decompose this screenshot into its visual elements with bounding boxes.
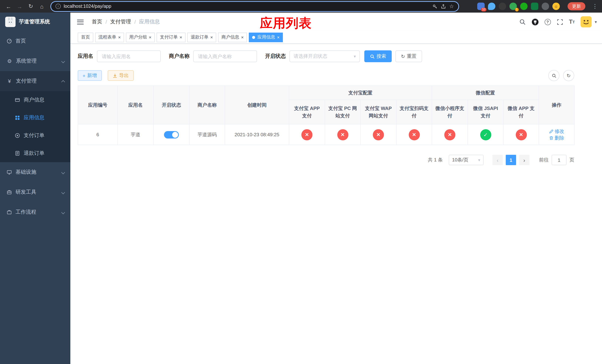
tab-process-form[interactable]: 流程表单 ×	[95, 32, 124, 42]
browser-home-icon[interactable]: ⌂	[37, 1, 47, 11]
col-app-name: 应用名	[118, 86, 153, 124]
sidebar-item-label: 研发工具	[16, 189, 36, 195]
tab-app-info[interactable]: 应用信息 ×	[249, 32, 283, 42]
extension-badge: 10	[481, 8, 486, 11]
edit-link[interactable]: 修改	[549, 128, 564, 135]
extension-icon-5[interactable]	[520, 3, 527, 10]
fullscreen-icon[interactable]	[557, 19, 563, 25]
extension-icon-8[interactable]: ☺	[552, 3, 560, 10]
goto-page-input[interactable]	[552, 155, 567, 165]
status-toggle[interactable]	[164, 131, 179, 138]
col-alipay-pc: 支付宝 PC 网站支付	[325, 100, 360, 124]
breadcrumb-payment[interactable]: 支付管理	[110, 19, 131, 25]
browser-update-button[interactable]: 更新	[568, 2, 585, 10]
extension-icon-3[interactable]	[499, 3, 506, 10]
pagination: 共 1 条 10条/页 ▾ ‹ 1 › 前往 页	[78, 155, 574, 165]
col-alipay-wap: 支付宝 WAP 网站支付	[360, 100, 396, 124]
password-key-icon[interactable]	[432, 3, 438, 9]
extension-icon-2[interactable]	[488, 3, 495, 10]
filter-form: 应用名 商户名称 开启状态 请选择开启状态 ▾	[78, 50, 574, 62]
tab-home[interactable]: 首页	[78, 32, 93, 42]
url-text[interactable]: localhost:1024/pay/app	[64, 4, 111, 9]
prev-page-button[interactable]: ‹	[492, 155, 503, 165]
cell-created-at: 2021-10-23 08:49:25	[225, 124, 289, 145]
toggle-search-button[interactable]	[548, 70, 559, 81]
wechat-jsapi-status-icon	[480, 129, 491, 140]
extension-icon-4[interactable]: 1	[509, 3, 517, 10]
tab-user-group[interactable]: 用户分组 ×	[126, 32, 155, 42]
browser-refresh-icon[interactable]: ↻	[26, 1, 35, 11]
tab-refund-orders[interactable]: 退款订单 ×	[187, 32, 216, 42]
avatar[interactable]	[581, 16, 592, 27]
github-icon[interactable]	[531, 18, 538, 25]
close-icon[interactable]: ×	[149, 35, 151, 40]
export-button[interactable]: 导出	[108, 70, 133, 81]
breadcrumb-home[interactable]: 首页	[92, 19, 102, 25]
cell-app-id: 6	[78, 124, 118, 145]
share-icon[interactable]	[441, 3, 446, 9]
close-icon[interactable]: ×	[180, 35, 182, 40]
col-alipay-app: 支付宝 APP 支付	[289, 100, 325, 124]
hamburger-icon[interactable]	[77, 20, 84, 24]
page-size-select[interactable]: 10条/页 ▾	[449, 155, 484, 165]
browser-menu-icon[interactable]: ⋮	[592, 3, 598, 10]
close-icon[interactable]: ×	[210, 35, 213, 40]
download-icon	[112, 73, 117, 78]
dashboard-icon	[7, 39, 12, 44]
total-count: 共 1 条	[428, 157, 443, 163]
top-header: 首页 / 支付管理 / 应用信息	[70, 13, 602, 31]
close-icon[interactable]: ×	[241, 35, 244, 40]
tab-merchant-info[interactable]: 商户信息 ×	[218, 32, 247, 42]
add-button[interactable]: + 新增	[78, 70, 102, 81]
browser-back-icon[interactable]: ←	[4, 1, 13, 11]
chevron-down-icon[interactable]: ▾	[595, 20, 597, 24]
col-alipay-qr: 支付宝扫码支付	[396, 100, 432, 124]
sidebar-item-label: 商户信息	[24, 97, 44, 103]
app-name-input[interactable]	[97, 50, 161, 62]
address-bar[interactable]: i localhost:1024/pay/app ☆	[51, 2, 458, 11]
extension-icon-1[interactable]: 10	[477, 3, 485, 10]
wechat-app-status-icon	[516, 129, 527, 140]
sidebar-item-payment[interactable]: ¥ 支付管理	[0, 71, 70, 91]
tags-view: 首页 流程表单 × 用户分组 × 支付订单 × 退款订单 ×	[70, 31, 602, 44]
delete-icon	[549, 136, 553, 140]
help-icon[interactable]: ?	[544, 19, 551, 25]
close-icon[interactable]: ×	[118, 35, 121, 40]
site-info-icon[interactable]: i	[55, 4, 61, 9]
sidebar-item-refund-orders[interactable]: 退款订单	[0, 144, 70, 162]
status-label: 开启状态	[265, 53, 286, 60]
font-size-icon[interactable]: TT	[569, 19, 575, 25]
order-icon	[15, 133, 20, 138]
main-panel: 应用列表 首页 / 支付管理 / 应用信息	[70, 13, 602, 364]
sidebar-item-system[interactable]: ⚙ 系统管理	[0, 51, 70, 71]
extension-icon-6[interactable]	[531, 3, 538, 10]
bookmark-star-icon[interactable]: ☆	[449, 3, 454, 9]
reset-button[interactable]: ↻ 重置	[395, 50, 422, 62]
sidebar-item-home[interactable]: 首页	[0, 31, 70, 51]
group-alipay-config: 支付宝配置	[289, 86, 432, 100]
cell-app-name: 芋道	[118, 124, 153, 145]
payment-submenu: 商户信息 应用信息 支付订单	[0, 91, 70, 162]
search-icon[interactable]	[519, 19, 526, 25]
sidebar-item-merchant-info[interactable]: 商户信息	[0, 91, 70, 109]
sidebar-item-dev-tools[interactable]: 研发工具	[0, 182, 70, 202]
next-page-button[interactable]: ›	[519, 155, 529, 165]
gear-icon: ⚙	[7, 58, 12, 64]
sidebar-item-pay-orders[interactable]: 支付订单	[0, 127, 70, 144]
delete-link[interactable]: 删除	[549, 135, 564, 141]
sidebar-item-app-info[interactable]: 应用信息	[0, 109, 70, 127]
browser-forward-icon[interactable]: →	[15, 1, 24, 11]
close-icon[interactable]: ×	[277, 35, 280, 40]
merchant-name-input[interactable]	[193, 50, 257, 62]
col-created: 创建时间	[225, 86, 289, 124]
plus-icon: +	[83, 73, 85, 78]
search-button[interactable]: 搜索	[364, 50, 392, 62]
status-select[interactable]: 请选择开启状态 ▾	[290, 50, 360, 62]
monitor-icon	[7, 170, 12, 175]
refresh-table-button[interactable]: ↻	[563, 70, 574, 81]
current-page[interactable]: 1	[506, 155, 516, 165]
sidebar-item-infra[interactable]: 基础设施	[0, 162, 70, 182]
sidebar-item-workflow[interactable]: 工作流程	[0, 202, 70, 222]
tab-pay-orders[interactable]: 支付订单 ×	[157, 32, 185, 42]
extension-icon-7[interactable]	[542, 3, 549, 10]
